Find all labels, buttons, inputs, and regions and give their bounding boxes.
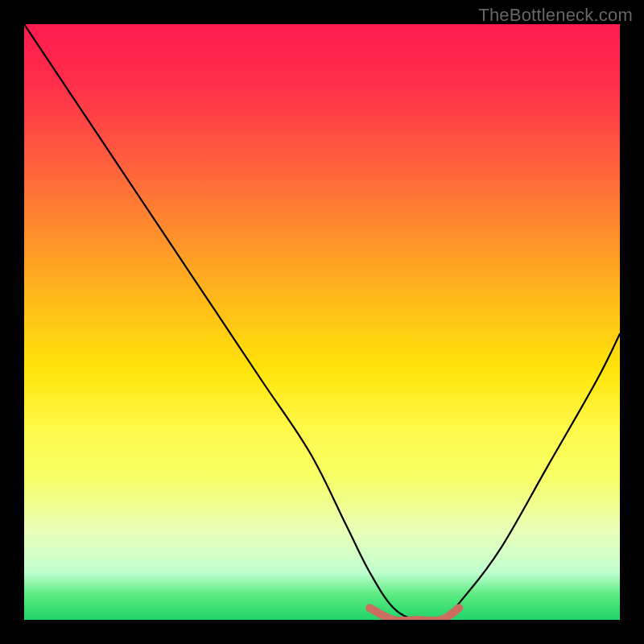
watermark-text: TheBottleneck.com xyxy=(478,5,633,26)
bottleneck-curve xyxy=(24,24,620,620)
optimal-range-marker xyxy=(369,608,459,620)
chart-svg xyxy=(24,24,620,620)
chart-frame: TheBottleneck.com xyxy=(0,0,644,644)
optimal-range-path xyxy=(369,608,459,620)
bottleneck-curve-path xyxy=(24,24,620,620)
plot-area xyxy=(24,24,620,620)
